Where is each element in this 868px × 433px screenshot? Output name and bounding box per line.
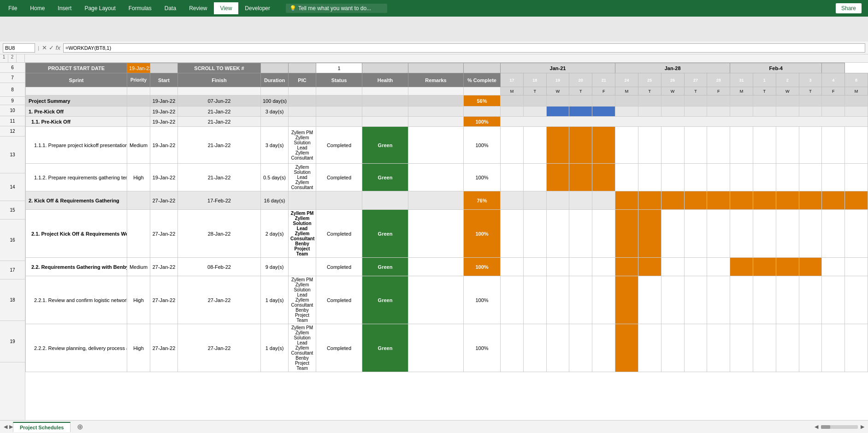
gantt-orange-1-1-1-a [546, 127, 569, 164]
project-start-date[interactable]: 19-Jan-22 [127, 63, 150, 73]
row-num-13: 13 [0, 136, 25, 173]
gantt-orange-s2-i [799, 191, 822, 210]
row-data-1-1-1: 1.1.1. Prepare project kickoff presentat… [26, 127, 868, 164]
cell-2-2-1-pic: Zyllem PM Zyllem Solution Lead Zyllem Co… [289, 276, 316, 324]
scroll-to-week-value[interactable]: 1 [316, 63, 362, 73]
cell-1-1-2-pct: 100% [464, 164, 501, 191]
row-num-17: 17 [0, 261, 25, 279]
scroll-spacer [362, 63, 408, 73]
cell-1-1-1-pic: Zyllem PM Zyllem Solution Lead Zyllem Co… [289, 127, 316, 164]
row-num-12: 12 [0, 126, 25, 136]
row-section-2: 2. Kick Off & Requirements Gathering 27-… [26, 191, 868, 210]
scroll-left-icon[interactable]: ◀ [815, 424, 818, 430]
cell-1-1-2-start: 19-Jan-22 [150, 164, 178, 191]
formula-input[interactable] [63, 43, 865, 53]
cell-2-1-pct: 100% [464, 210, 501, 258]
cell-2-2-1-health: Green [362, 276, 408, 324]
cell-2-2-health: Green [362, 258, 408, 276]
header-priority: Priority [127, 73, 150, 87]
nav-right-button[interactable]: ▶ [9, 424, 13, 430]
cell-2-2-2-status: Completed [316, 324, 362, 372]
scroll-bar[interactable] [821, 425, 858, 429]
day-letter-M1: M [501, 87, 524, 95]
day-letter-M3: M [730, 87, 753, 95]
cell-2-2-2-priority: High [127, 324, 150, 372]
cell-1-1-1-health: Green [362, 127, 408, 164]
nav-left-button[interactable]: ◀ [4, 424, 7, 430]
gantt-orange-s2-j [822, 191, 845, 210]
function-icon[interactable]: fx [56, 44, 60, 51]
sheet-tab-project-schedules[interactable]: Project Schedules [13, 422, 71, 432]
spacer-3 [289, 63, 316, 73]
cell-2-2-pct: 100% [464, 258, 501, 276]
header-pic: PIC [289, 73, 316, 87]
ribbon-search[interactable]: 💡 Tell me what you want to do... [286, 4, 387, 13]
cell-s1-finish: 21-Jan-22 [178, 107, 261, 117]
day-letter-F3: F [822, 87, 845, 95]
cell-2-2-sprint: 2.2. Requirements Gathering with Benby a… [26, 258, 127, 276]
row-num-9: 9 [0, 97, 25, 105]
cell-2-2-1-duration: 1 day(s) [261, 276, 289, 324]
tab-insert[interactable]: Insert [51, 2, 78, 14]
cell-2-2-start: 27-Jan-22 [150, 258, 178, 276]
row-project-config: PROJECT START DATE 19-Jan-22 SCROLL TO W… [26, 63, 868, 73]
cell-1-1-2-health: Green [362, 164, 408, 191]
tab-formulas[interactable]: Formulas [122, 2, 158, 14]
formula-bar: | ✕ ✓ fx [0, 42, 868, 54]
tab-review[interactable]: Review [183, 2, 213, 14]
tab-file[interactable]: File [2, 2, 24, 14]
cell-subsection-1-1-label: 1.1. Pre-Kick Off [26, 117, 127, 127]
share-button[interactable]: Share [836, 3, 862, 13]
tab-view[interactable]: View [214, 2, 239, 14]
cell-s1-duration: 3 day(s) [261, 107, 289, 117]
cell-1-1-2-pic: Zyllem Solution Lead Zyllem Consultant [289, 164, 316, 191]
row-data-1-1-2: 1.1.2. Prepare requirements gathering te… [26, 164, 868, 191]
row-num-10: 10 [0, 105, 25, 116]
column-headers-row: Sprint Priority Start Finish Duration PI… [26, 73, 868, 87]
cell-1-1-1-duration: 3 day(s) [261, 127, 289, 164]
row-num-18: 18 [0, 279, 25, 321]
confirm-icon[interactable]: ✓ [49, 44, 54, 51]
spacer-1 [150, 63, 178, 73]
tab-page-layout[interactable]: Page Layout [78, 2, 122, 14]
row-num-15: 15 [0, 201, 25, 219]
gantt-orange-s2-k [845, 191, 868, 210]
cell-1-1-1-status: Completed [316, 127, 362, 164]
grid-area: 6 7 8 9 10 11 12 13 14 15 16 17 18 19 PR… [0, 63, 868, 420]
cell-2-1-sprint: 2.1. Project Kick Off & Requirements Wor… [26, 210, 127, 258]
cancel-icon[interactable]: ✕ [42, 44, 47, 51]
gantt-orange-2-2-d [753, 258, 776, 276]
name-box[interactable] [3, 43, 35, 53]
gantt-orange-2-2-b [638, 258, 661, 276]
add-sheet-button[interactable]: ⊕ [77, 422, 83, 431]
gantt-month-jan21: Jan-21 [501, 63, 615, 73]
gantt-more [822, 63, 845, 73]
cell-1-1-2-priority: High [127, 164, 150, 191]
outline-level-1[interactable]: 1 [0, 54, 8, 62]
cell-2-2-2-start: 27-Jan-22 [150, 324, 178, 372]
gantt-orange-s2-a [615, 191, 638, 210]
gantt-orange-s2-g [753, 191, 776, 210]
cell-proj-finish: 07-Jun-22 [178, 95, 261, 107]
day-letter-W2: W [661, 87, 684, 95]
scroll-right-icon[interactable]: ▶ [861, 424, 864, 430]
cell-2-2-2-health: Green [362, 324, 408, 372]
search-placeholder-text: Tell me what you want to do... [298, 5, 371, 12]
cell-1-1-1-sprint: 1.1.1. Prepare project kickoff presentat… [26, 127, 127, 164]
row-num-19: 19 [0, 321, 25, 362]
tab-home[interactable]: Home [24, 2, 51, 14]
day-letter-F2: F [707, 87, 730, 95]
row-data-2-1: 2.1. Project Kick Off & Requirements Wor… [26, 210, 868, 258]
header-status: Status [316, 73, 362, 87]
gantt-orange-2-2-c [730, 258, 753, 276]
day-letter-F1: F [592, 87, 615, 95]
outline-level-2[interactable]: 2 [8, 54, 17, 62]
row-data-2-2: 2.2. Requirements Gathering with Benby a… [26, 258, 868, 276]
header-pct-complete: % Complete [464, 73, 501, 87]
tab-data[interactable]: Data [158, 2, 183, 14]
gantt-orange-s2-c [661, 191, 684, 210]
row-section-1: 1. Pre-Kick Off 19-Jan-22 21-Jan-22 3 da… [26, 107, 868, 117]
cell-1-1-1-priority: Medium [127, 127, 150, 164]
tab-developer[interactable]: Developer [238, 2, 277, 14]
cell-ss11-pct: 100% [464, 117, 501, 127]
